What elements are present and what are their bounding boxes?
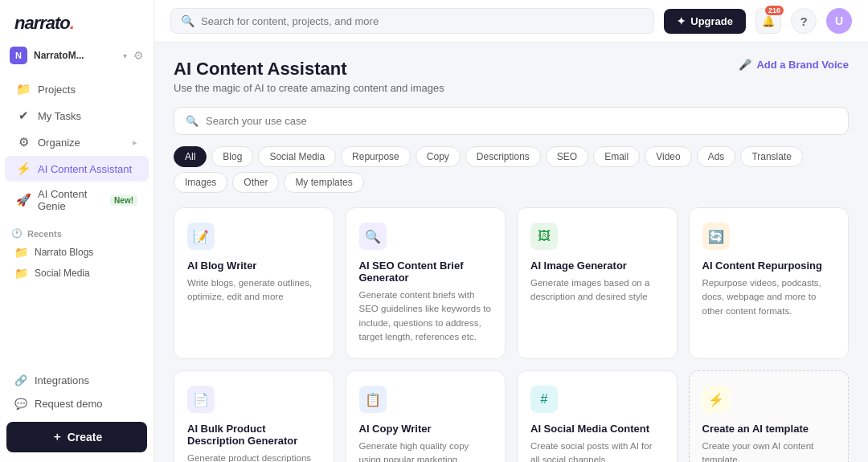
clock-icon: 🕐 bbox=[11, 228, 23, 239]
main-area: 🔍 ✦ Upgrade 🔔 216 ? U AI Content Assista… bbox=[154, 0, 868, 462]
card-ai-social-media[interactable]: # AI Social Media Content Create social … bbox=[517, 370, 678, 462]
sidebar-item-label: AI Content Assistant bbox=[38, 163, 132, 175]
card-desc: Generate images based on a description a… bbox=[530, 276, 664, 305]
card-desc: Write blogs, generate outlines, optimize… bbox=[187, 276, 321, 305]
filter-tab-images[interactable]: Images bbox=[174, 172, 227, 193]
lightning-icon: ⚡ bbox=[16, 161, 31, 176]
page-header: AI Content Assistant Use the magic of AI… bbox=[174, 59, 849, 94]
filter-tab-all[interactable]: All bbox=[174, 146, 207, 167]
projects-icon: 📁 bbox=[16, 82, 31, 96]
filter-tab-social-media[interactable]: Social Media bbox=[258, 146, 336, 167]
card-ai-content-repurposing[interactable]: 🔄 AI Content Repurposing Repurpose video… bbox=[689, 207, 850, 359]
notification-badge: 216 bbox=[765, 6, 784, 15]
card-desc: Generate content briefs with SEO guideli… bbox=[359, 288, 493, 344]
card-icon-wrap: 📄 bbox=[187, 386, 215, 413]
chat-icon: 💬 bbox=[14, 398, 27, 410]
card-icon-wrap: 🖼 bbox=[530, 223, 558, 250]
filter-tab-video[interactable]: Video bbox=[645, 146, 691, 167]
filter-tab-seo[interactable]: SEO bbox=[546, 146, 588, 167]
organize-icon: ⚙ bbox=[16, 135, 31, 149]
repurposing-icon: 🔄 bbox=[708, 229, 724, 244]
filter-tab-translate[interactable]: Translate bbox=[740, 146, 803, 167]
sidebar-item-projects[interactable]: 📁 Projects bbox=[5, 76, 149, 102]
workspace-row[interactable]: N NarratoM... ▾ ⚙ bbox=[0, 43, 154, 72]
sidebar-item-label: My Tasks bbox=[38, 110, 81, 122]
bulk-product-icon: 📄 bbox=[193, 392, 209, 407]
rocket-icon: 🚀 bbox=[16, 193, 31, 207]
sidebar-item-my-tasks[interactable]: ✔ My Tasks bbox=[5, 103, 149, 129]
filter-tab-copy[interactable]: Copy bbox=[416, 146, 461, 167]
card-ai-image-generator[interactable]: 🖼 AI Image Generator Generate images bas… bbox=[517, 207, 678, 359]
filter-tab-ads[interactable]: Ads bbox=[697, 146, 736, 167]
tasks-icon: ✔ bbox=[16, 108, 31, 123]
card-desc: Create your own AI content template. bbox=[702, 440, 836, 462]
notification-button[interactable]: 🔔 216 bbox=[755, 8, 781, 34]
folder-icon: 📁 bbox=[14, 267, 28, 280]
sidebar-item-ai-content-genie[interactable]: 🚀 AI Content Genie New! bbox=[5, 182, 149, 218]
topbar-search-input[interactable] bbox=[201, 15, 644, 27]
workspace-avatar: N bbox=[10, 47, 27, 64]
help-icon: ? bbox=[800, 14, 807, 28]
card-ai-bulk-product[interactable]: 📄 AI Bulk Product Description Generator … bbox=[174, 370, 334, 462]
create-button[interactable]: ＋ Create bbox=[6, 422, 147, 452]
sidebar-item-label: AI Content Genie bbox=[38, 188, 101, 212]
social-media-icon: # bbox=[541, 392, 548, 407]
search-icon: 🔍 bbox=[186, 115, 199, 127]
card-ai-copy-writer[interactable]: 📋 AI Copy Writer Generate high quality c… bbox=[346, 370, 506, 462]
content-search-input[interactable] bbox=[206, 115, 837, 127]
recent-item-label: Social Media bbox=[35, 268, 90, 279]
sidebar-item-ai-content-assistant[interactable]: ⚡ AI Content Assistant bbox=[5, 156, 149, 182]
blog-writer-icon: 📝 bbox=[193, 229, 209, 244]
recent-item-label: Narrato Blogs bbox=[35, 247, 93, 258]
help-button[interactable]: ? bbox=[791, 8, 817, 34]
filter-tab-email[interactable]: Email bbox=[593, 146, 640, 167]
card-ai-seo-brief[interactable]: 🔍 AI SEO Content Brief Generator Generat… bbox=[346, 207, 506, 359]
template-create-icon: ⚡ bbox=[708, 392, 724, 407]
card-title: AI Image Generator bbox=[530, 260, 664, 272]
microphone-icon: 🎤 bbox=[739, 59, 751, 71]
recent-item-social-media[interactable]: 📁 Social Media bbox=[11, 263, 142, 284]
brand-voice-label: Add a Brand Voice bbox=[756, 59, 849, 71]
content-search-box[interactable]: 🔍 bbox=[174, 107, 849, 135]
card-icon-wrap: 🔍 bbox=[359, 223, 387, 250]
card-icon-wrap: 📋 bbox=[359, 386, 387, 413]
bell-icon: 🔔 bbox=[762, 15, 775, 27]
card-create-ai-template[interactable]: ⚡ Create an AI template Create your own … bbox=[689, 370, 850, 462]
plus-icon: ＋ bbox=[51, 430, 63, 444]
filter-tab-descriptions[interactable]: Descriptions bbox=[465, 146, 541, 167]
recent-item-narrato-blogs[interactable]: 📁 Narrato Blogs bbox=[11, 242, 142, 263]
filter-tab-other[interactable]: Other bbox=[232, 172, 279, 193]
card-ai-blog-writer[interactable]: 📝 AI Blog Writer Write blogs, generate o… bbox=[174, 207, 334, 359]
card-icon-wrap: 📝 bbox=[187, 223, 215, 250]
recents-section: 🕐 Recents 📁 Narrato Blogs 📁 Social Media bbox=[0, 222, 154, 287]
new-badge: New! bbox=[110, 195, 137, 206]
filter-tab-my-templates[interactable]: My templates bbox=[284, 172, 363, 193]
sidebar-item-organize[interactable]: ⚙ Organize ▸ bbox=[5, 129, 149, 155]
card-icon-wrap: 🔄 bbox=[702, 223, 730, 250]
workspace-settings-icon[interactable]: ⚙ bbox=[133, 49, 144, 62]
seo-brief-icon: 🔍 bbox=[365, 229, 381, 244]
filter-tab-repurpose[interactable]: Repurpose bbox=[341, 146, 411, 167]
user-avatar[interactable]: U bbox=[826, 8, 852, 34]
topbar: 🔍 ✦ Upgrade 🔔 216 ? U bbox=[154, 0, 868, 43]
brand-voice-button[interactable]: 🎤 Add a Brand Voice bbox=[739, 59, 849, 71]
workspace-chevron-icon: ▾ bbox=[123, 51, 127, 60]
card-icon-wrap: ⚡ bbox=[702, 386, 730, 413]
filter-tab-blog[interactable]: Blog bbox=[211, 146, 253, 167]
logo: narrato. bbox=[0, 0, 154, 43]
sidebar-item-label: Projects bbox=[38, 84, 76, 96]
recents-label: 🕐 Recents bbox=[11, 228, 142, 239]
integrations-label: Integrations bbox=[35, 374, 89, 386]
star-icon: ✦ bbox=[677, 15, 686, 27]
page-title: AI Content Assistant bbox=[174, 59, 444, 80]
folder-icon: 📁 bbox=[14, 246, 28, 259]
sidebar-item-integrations[interactable]: 🔗 Integrations bbox=[6, 369, 147, 392]
sidebar-item-request-demo[interactable]: 💬 Request demo bbox=[6, 392, 147, 415]
cards-grid: 📝 AI Blog Writer Write blogs, generate o… bbox=[174, 207, 849, 462]
image-generator-icon: 🖼 bbox=[538, 229, 551, 243]
avatar-initials: U bbox=[835, 14, 843, 27]
topbar-search-box[interactable]: 🔍 bbox=[170, 8, 654, 34]
workspace-name: NarratoM... bbox=[34, 50, 117, 61]
upgrade-button[interactable]: ✦ Upgrade bbox=[664, 9, 746, 34]
content-area: AI Content Assistant Use the magic of AI… bbox=[154, 43, 868, 462]
